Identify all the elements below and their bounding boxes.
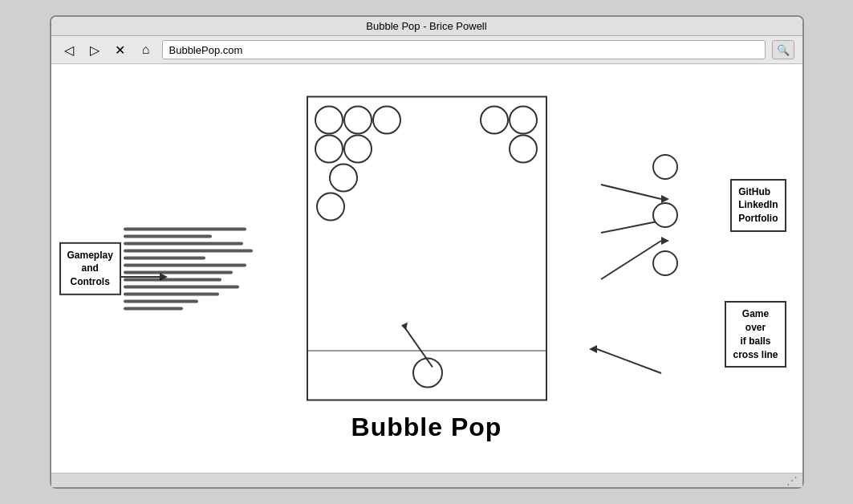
browser-title: Bubble Pop - Brice Powell bbox=[366, 20, 486, 32]
search-icon: 🔍 bbox=[777, 44, 790, 56]
game-title: Bubble Pop bbox=[351, 412, 502, 441]
browser-statusbar: ⋰ bbox=[51, 473, 802, 487]
search-button[interactable]: 🔍 bbox=[772, 40, 794, 59]
game-line bbox=[308, 350, 546, 351]
gameplay-controls-box: GameplayandControls bbox=[59, 242, 121, 295]
browser-titlebar: Bubble Pop - Brice Powell bbox=[51, 17, 802, 36]
bubble-tr-1 bbox=[509, 105, 538, 134]
close-icon: ✕ bbox=[115, 43, 125, 58]
desc-line-11 bbox=[124, 299, 199, 303]
browser-window: Bubble Pop - Brice Powell ◁ ▷ ✕ ⌂ 🔍 bbox=[50, 15, 804, 489]
game-over-label: Gameoverif ballscross line bbox=[733, 308, 778, 360]
shooter-ball bbox=[412, 357, 443, 388]
game-section: Bubble Pop bbox=[307, 96, 547, 441]
desc-line-9 bbox=[124, 285, 240, 288]
linkedin-circle[interactable] bbox=[652, 202, 678, 228]
portfolio-label[interactable]: Portfolio bbox=[738, 212, 778, 226]
desc-line-5 bbox=[124, 256, 205, 259]
github-circle[interactable] bbox=[652, 154, 678, 180]
game-over-box: Gameoverif ballscross line bbox=[725, 301, 786, 368]
forward-button[interactable]: ▷ bbox=[85, 40, 104, 59]
bubble-tl-5 bbox=[343, 134, 372, 163]
gameplay-controls-label: GameplayandControls bbox=[67, 249, 113, 287]
bubble-tr-2 bbox=[480, 105, 509, 134]
desc-line-2 bbox=[124, 234, 213, 238]
desc-line-4 bbox=[124, 249, 254, 252]
home-button[interactable]: ⌂ bbox=[136, 40, 156, 59]
address-bar[interactable] bbox=[162, 40, 766, 59]
linkedin-label[interactable]: LinkedIn bbox=[738, 198, 778, 212]
desc-line-7 bbox=[124, 270, 233, 274]
svg-line-8 bbox=[597, 349, 661, 373]
annotation-left: GameplayandControls bbox=[59, 242, 121, 295]
back-button[interactable]: ◁ bbox=[59, 40, 79, 59]
browser-content: GameplayandControls bbox=[51, 64, 802, 473]
bubble-tl-3 bbox=[372, 105, 401, 134]
github-label[interactable]: GitHub bbox=[738, 185, 778, 199]
content-area: GameplayandControls bbox=[51, 64, 802, 473]
bubble-tl-4 bbox=[315, 134, 343, 163]
home-icon: ⌂ bbox=[142, 43, 150, 57]
desc-line-10 bbox=[124, 292, 219, 295]
links-box: GitHub LinkedIn Portfolio bbox=[730, 179, 786, 232]
browser-toolbar: ◁ ▷ ✕ ⌂ 🔍 bbox=[51, 36, 802, 64]
svg-marker-9 bbox=[589, 345, 597, 353]
forward-icon: ▷ bbox=[90, 43, 100, 58]
annotation-right-bottom: Gameoverif ballscross line bbox=[725, 301, 786, 368]
portfolio-circle[interactable] bbox=[652, 250, 678, 276]
bubble-tl-1 bbox=[315, 105, 343, 134]
back-icon: ◁ bbox=[64, 43, 74, 58]
bubble-tl-2 bbox=[343, 105, 372, 134]
description-area bbox=[124, 223, 260, 314]
status-icon: ⋰ bbox=[786, 474, 798, 487]
desc-line-12 bbox=[124, 307, 184, 310]
desc-line-8 bbox=[124, 278, 221, 281]
right-circles bbox=[652, 154, 678, 276]
bubble-tr-3 bbox=[509, 134, 538, 163]
close-button[interactable]: ✕ bbox=[111, 40, 130, 59]
desc-line-1 bbox=[124, 227, 246, 230]
bubble-tl-7 bbox=[316, 192, 345, 221]
bubble-tl-6 bbox=[329, 163, 358, 192]
desc-line-3 bbox=[124, 242, 244, 245]
desc-line-6 bbox=[124, 263, 246, 266]
svg-marker-11 bbox=[401, 322, 408, 330]
annotation-right-top: GitHub LinkedIn Portfolio bbox=[730, 179, 786, 232]
game-canvas bbox=[307, 96, 547, 400]
